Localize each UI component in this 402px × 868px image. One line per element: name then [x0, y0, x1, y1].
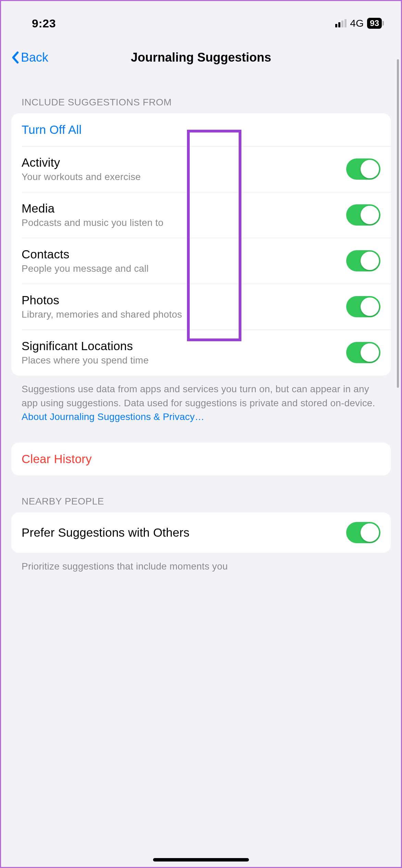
clear-history-group: Clear History: [11, 443, 391, 475]
photos-subtitle: Library, memories and shared photos: [22, 309, 346, 320]
activity-title: Activity: [22, 156, 346, 169]
status-time: 9:23: [32, 17, 56, 30]
media-title: Media: [22, 202, 346, 215]
photos-toggle[interactable]: [346, 296, 380, 317]
significant-locations-row: Significant Locations Places where you s…: [11, 330, 391, 375]
turn-off-all-label: Turn Off All: [22, 123, 380, 137]
include-suggestions-group: Turn Off All Activity Your workouts and …: [11, 113, 391, 375]
significant-locations-subtitle: Places where you spend time: [22, 355, 346, 366]
section-header-nearby: NEARBY PEOPLE: [11, 475, 391, 512]
activity-row: Activity Your workouts and exercise: [11, 146, 391, 192]
turn-off-all-button[interactable]: Turn Off All: [11, 113, 391, 146]
scroll-indicator[interactable]: [397, 59, 399, 388]
significant-locations-toggle[interactable]: [346, 342, 380, 363]
page-title: Journaling Suggestions: [1, 50, 401, 65]
chevron-left-icon: [11, 51, 19, 64]
clear-history-label: Clear History: [22, 452, 380, 466]
activity-toggle[interactable]: [346, 158, 380, 180]
status-bar: 9:23 4G 93: [1, 1, 401, 39]
back-label: Back: [21, 50, 48, 65]
media-toggle[interactable]: [346, 204, 380, 226]
back-button[interactable]: Back: [11, 50, 48, 65]
contacts-toggle[interactable]: [346, 250, 380, 271]
status-right: 4G 93: [335, 17, 384, 29]
activity-subtitle: Your workouts and exercise: [22, 171, 346, 182]
prefer-suggestions-row: Prefer Suggestions with Others: [11, 512, 391, 553]
cellular-signal-icon: [335, 19, 347, 27]
media-subtitle: Podcasts and music you listen to: [22, 217, 346, 228]
contacts-title: Contacts: [22, 247, 346, 261]
prefer-suggestions-toggle[interactable]: [346, 522, 380, 543]
home-indicator[interactable]: [153, 858, 249, 861]
battery-level: 93: [367, 18, 382, 29]
photos-row: Photos Library, memories and shared phot…: [11, 284, 391, 330]
prefer-suggestions-title: Prefer Suggestions with Others: [22, 526, 346, 539]
network-type: 4G: [350, 17, 364, 29]
media-row: Media Podcasts and music you listen to: [11, 192, 391, 238]
photos-title: Photos: [22, 293, 346, 307]
contacts-subtitle: People you message and call: [22, 263, 346, 274]
battery-icon: 93: [367, 18, 384, 29]
nav-header: Back Journaling Suggestions: [1, 39, 401, 76]
about-privacy-link[interactable]: About Journaling Suggestions & Privacy…: [22, 411, 204, 422]
include-footer-text: Suggestions use data from apps and servi…: [11, 375, 391, 424]
contacts-row: Contacts People you message and call: [11, 238, 391, 284]
clear-history-button[interactable]: Clear History: [11, 443, 391, 475]
nearby-footer-text: Prioritize suggestions that include mome…: [11, 553, 391, 574]
nearby-people-group: Prefer Suggestions with Others: [11, 512, 391, 553]
section-header-include: INCLUDE SUGGESTIONS FROM: [11, 76, 391, 113]
significant-locations-title: Significant Locations: [22, 339, 346, 353]
